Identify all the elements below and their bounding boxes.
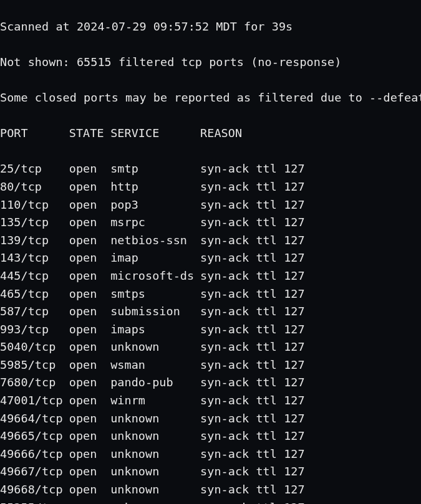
state-cell: open: [69, 427, 110, 445]
reason-cell: syn-ack ttl 127: [200, 481, 305, 499]
reason-cell: syn-ack ttl 127: [200, 303, 305, 321]
port-cell: 143/tcp: [0, 249, 69, 267]
state-cell: open: [69, 445, 110, 464]
port-row: 49664/tcpopenunknownsyn-ack ttl 127: [0, 410, 421, 428]
service-cell: winrm: [110, 392, 200, 410]
port-cell: 49666/tcp: [0, 445, 69, 464]
state-cell: open: [69, 338, 110, 356]
port-cell: 49668/tcp: [0, 481, 69, 499]
port-row: 465/tcpopensmtpssyn-ack ttl 127: [0, 285, 421, 303]
port-row: 993/tcpopenimapssyn-ack ttl 127: [0, 321, 421, 339]
port-row: 49667/tcpopenunknownsyn-ack ttl 127: [0, 463, 421, 481]
port-row: 47001/tcpopenwinrmsyn-ack ttl 127: [0, 392, 421, 410]
header-service: SERVICE: [110, 125, 200, 143]
port-cell: 5985/tcp: [0, 356, 69, 374]
port-row: 5985/tcpopenwsmansyn-ack ttl 127: [0, 356, 421, 374]
state-cell: open: [69, 285, 110, 303]
service-cell: smtp: [110, 160, 200, 178]
port-row: 135/tcpopenmsrpcsyn-ack ttl 127: [0, 214, 421, 232]
port-row: 25/tcpopensmtpsyn-ack ttl 127: [0, 160, 421, 178]
service-cell: submission: [110, 303, 200, 321]
port-cell: 993/tcp: [0, 321, 69, 339]
reason-cell: syn-ack ttl 127: [200, 285, 305, 303]
scan-info-line: Scanned at 2024-07-29 09:57:52 MDT for 3…: [0, 18, 421, 36]
port-row: 139/tcpopennetbios-ssnsyn-ack ttl 127: [0, 232, 421, 250]
reason-cell: syn-ack ttl 127: [200, 160, 305, 178]
reason-cell: syn-ack ttl 127: [200, 249, 305, 267]
port-cell: 25/tcp: [0, 160, 69, 178]
header-reason: REASON: [200, 125, 242, 143]
port-cell: 80/tcp: [0, 178, 69, 196]
state-cell: open: [69, 249, 110, 267]
service-cell: netbios-ssn: [110, 232, 200, 250]
port-cell: 139/tcp: [0, 232, 69, 250]
port-cell: 47001/tcp: [0, 392, 69, 410]
state-cell: open: [69, 481, 110, 499]
state-cell: open: [69, 178, 110, 196]
port-row: 55255/tcpopenunknownsyn-ack ttl 127: [0, 499, 421, 504]
service-cell: unknown: [110, 445, 200, 464]
state-cell: open: [69, 463, 110, 481]
reason-cell: syn-ack ttl 127: [200, 214, 305, 232]
port-row: 5040/tcpopenunknownsyn-ack ttl 127: [0, 338, 421, 356]
service-cell: pop3: [110, 196, 200, 214]
reason-cell: syn-ack ttl 127: [200, 499, 305, 504]
port-row: 587/tcpopensubmissionsyn-ack ttl 127: [0, 303, 421, 321]
port-cell: 445/tcp: [0, 267, 69, 285]
port-row: 80/tcpopenhttpsyn-ack ttl 127: [0, 178, 421, 196]
service-cell: wsman: [110, 356, 200, 374]
state-cell: open: [69, 374, 110, 392]
state-cell: open: [69, 410, 110, 428]
service-cell: pando-pub: [110, 374, 200, 392]
port-cell: 110/tcp: [0, 196, 69, 214]
reason-cell: syn-ack ttl 127: [200, 178, 305, 196]
reason-cell: syn-ack ttl 127: [200, 356, 305, 374]
port-cell: 465/tcp: [0, 285, 69, 303]
state-cell: open: [69, 160, 110, 178]
reason-cell: syn-ack ttl 127: [200, 232, 305, 250]
port-cell: 135/tcp: [0, 214, 69, 232]
port-cell: 49664/tcp: [0, 410, 69, 428]
port-row: 49668/tcpopenunknownsyn-ack ttl 127: [0, 481, 421, 499]
reason-cell: syn-ack ttl 127: [200, 410, 305, 428]
service-cell: unknown: [110, 338, 200, 356]
reason-cell: syn-ack ttl 127: [200, 463, 305, 481]
service-cell: unknown: [110, 410, 200, 428]
reason-cell: syn-ack ttl 127: [200, 267, 305, 285]
reason-cell: syn-ack ttl 127: [200, 427, 305, 445]
scan-info-line: Some closed ports may be reported as fil…: [0, 89, 421, 107]
state-cell: open: [69, 267, 110, 285]
port-row: 49666/tcpopenunknownsyn-ack ttl 127: [0, 445, 421, 464]
state-cell: open: [69, 303, 110, 321]
service-cell: msrpc: [110, 214, 200, 232]
port-cell: 55255/tcp: [0, 499, 69, 504]
port-cell: 49667/tcp: [0, 463, 69, 481]
state-cell: open: [69, 196, 110, 214]
service-cell: unknown: [110, 481, 200, 499]
service-cell: smtps: [110, 285, 200, 303]
scan-info-line: Not shown: 65515 filtered tcp ports (no-…: [0, 54, 421, 72]
port-table-header: PORTSTATESERVICEREASON: [0, 125, 421, 143]
port-row: 143/tcpopenimapsyn-ack ttl 127: [0, 249, 421, 267]
reason-cell: syn-ack ttl 127: [200, 445, 305, 464]
state-cell: open: [69, 214, 110, 232]
port-row: 7680/tcpopenpando-pubsyn-ack ttl 127: [0, 374, 421, 392]
reason-cell: syn-ack ttl 127: [200, 321, 305, 339]
header-state: STATE: [69, 125, 110, 143]
header-port: PORT: [0, 125, 69, 143]
terminal-output: Scanned at 2024-07-29 09:57:52 MDT for 3…: [0, 0, 421, 504]
service-cell: microsoft-ds: [110, 267, 200, 285]
reason-cell: syn-ack ttl 127: [200, 374, 305, 392]
reason-cell: syn-ack ttl 127: [200, 338, 305, 356]
state-cell: open: [69, 392, 110, 410]
state-cell: open: [69, 232, 110, 250]
reason-cell: syn-ack ttl 127: [200, 196, 305, 214]
port-cell: 5040/tcp: [0, 338, 69, 356]
port-row: 49665/tcpopenunknownsyn-ack ttl 127: [0, 427, 421, 445]
port-cell: 587/tcp: [0, 303, 69, 321]
service-cell: unknown: [110, 499, 200, 504]
port-cell: 7680/tcp: [0, 374, 69, 392]
state-cell: open: [69, 356, 110, 374]
service-cell: http: [110, 178, 200, 196]
port-row: 445/tcpopenmicrosoft-dssyn-ack ttl 127: [0, 267, 421, 285]
